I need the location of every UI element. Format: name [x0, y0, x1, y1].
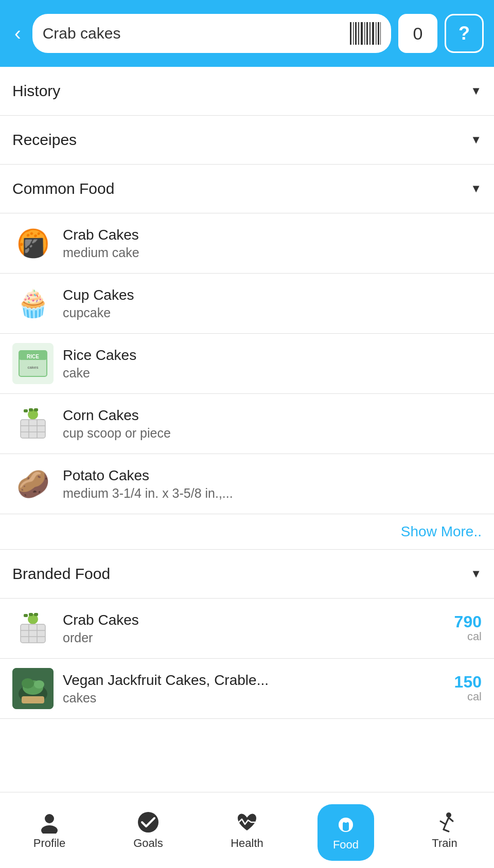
list-item[interactable]: Corn Cakes cup scoop or piece [0, 394, 494, 454]
food-image-rice-cakes: RICE cakes [12, 343, 54, 384]
svg-point-41 [41, 825, 58, 834]
search-bar[interactable]: Crab cakes [32, 14, 391, 53]
food-info-corn-cakes: Corn Cakes cup scoop or piece [63, 407, 482, 441]
food-info-branded-crab-cakes: Crab Cakes order [63, 612, 445, 645]
svg-rect-19 [34, 408, 38, 411]
food-nav-bubble: Food [317, 804, 374, 861]
history-chevron: ▼ [470, 84, 482, 98]
food-name: Crab Cakes [63, 227, 482, 243]
svg-rect-9 [376, 22, 377, 45]
nav-label-food: Food [333, 838, 359, 852]
svg-point-45 [446, 812, 451, 818]
nav-item-food[interactable]: Food [296, 792, 395, 868]
nav-label-train: Train [432, 837, 457, 850]
branded-food-label: Branded Food [12, 565, 110, 583]
recipes-chevron: ▼ [470, 133, 482, 147]
profile-icon [38, 811, 61, 834]
recipes-section-header[interactable]: Receipes ▼ [0, 116, 494, 165]
svg-rect-26 [24, 614, 28, 617]
svg-line-49 [444, 829, 449, 831]
food-name: Corn Cakes [63, 407, 482, 424]
svg-rect-18 [29, 408, 33, 411]
food-subtitle: cake [63, 366, 482, 381]
goals-icon [137, 811, 160, 834]
food-info-vegan-cakes: Vegan Jackfruit Cakes, Crable... cakes [63, 672, 445, 706]
food-name: Vegan Jackfruit Cakes, Crable... [63, 672, 445, 689]
list-item[interactable]: 🧁 Cup Cakes cupcake [0, 274, 494, 334]
health-icon [236, 811, 258, 834]
calorie-value: 790 [454, 613, 482, 630]
food-image-potato-cakes: 🥔 [12, 463, 54, 504]
svg-rect-39 [22, 696, 44, 703]
food-subtitle: cup scoop or piece [63, 426, 482, 441]
history-label: History [12, 82, 60, 100]
svg-rect-29 [21, 624, 45, 643]
svg-rect-3 [358, 22, 359, 45]
nav-item-train[interactable]: Train [395, 792, 494, 868]
branded-food-section-header[interactable]: Branded Food ▼ [0, 550, 494, 599]
list-item[interactable]: Crab Cakes order 790 cal [0, 599, 494, 659]
common-food-chevron: ▼ [470, 182, 482, 195]
food-image-vegan-cakes [12, 668, 54, 709]
vegan-cakes-photo [12, 668, 54, 709]
food-info-potato-cakes: Potato Cakes medium 3-1/4 in. x 3-5/8 in… [63, 467, 482, 501]
back-button[interactable]: ‹ [10, 24, 25, 43]
recipes-label: Receipes [12, 131, 77, 149]
svg-rect-5 [364, 22, 365, 45]
svg-line-50 [449, 818, 453, 821]
food-image-branded-crab-cakes [12, 608, 54, 649]
food-subtitle: cupcake [63, 305, 482, 320]
branded-food-chevron: ▼ [470, 567, 482, 581]
search-input-value: Crab cakes [43, 25, 350, 42]
bottom-navigation: Profile Goals Health Food [0, 792, 494, 868]
branded-crab-icon [14, 610, 51, 647]
svg-rect-20 [21, 420, 45, 438]
history-section-header[interactable]: History ▼ [0, 67, 494, 116]
list-item[interactable]: RICE cakes Rice Cakes cake [0, 334, 494, 394]
svg-text:RICE: RICE [27, 354, 39, 359]
calorie-label: cal [454, 690, 482, 703]
count-badge[interactable]: 0 [398, 14, 437, 53]
nav-item-health[interactable]: Health [198, 792, 296, 868]
svg-rect-7 [369, 22, 370, 45]
calorie-value: 150 [454, 674, 482, 690]
svg-rect-0 [350, 22, 351, 45]
svg-rect-4 [361, 22, 363, 45]
common-food-label: Common Food [12, 180, 114, 197]
svg-rect-28 [34, 613, 38, 616]
svg-rect-1 [353, 22, 354, 45]
list-item[interactable]: Vegan Jackfruit Cakes, Crable... cakes 1… [0, 659, 494, 719]
nav-item-goals[interactable]: Goals [99, 792, 198, 868]
food-name: Rice Cakes [63, 347, 482, 364]
list-item[interactable]: 🍘 Crab Cakes medium cake [0, 213, 494, 274]
svg-rect-6 [366, 22, 368, 45]
help-button[interactable]: ? [445, 14, 484, 53]
barcode-icon [350, 22, 381, 45]
food-image-crab-cakes: 🍘 [12, 223, 54, 264]
svg-rect-8 [372, 22, 374, 45]
common-food-section-header[interactable]: Common Food ▼ [0, 165, 494, 213]
nav-label-profile: Profile [33, 837, 65, 850]
svg-line-48 [444, 824, 446, 829]
show-more-button[interactable]: Show More.. [0, 514, 494, 550]
food-info-crab-cakes: Crab Cakes medium cake [63, 227, 482, 260]
nav-item-profile[interactable]: Profile [0, 792, 99, 868]
food-subtitle: order [63, 630, 445, 645]
food-info-cup-cakes: Cup Cakes cupcake [63, 287, 482, 320]
list-item[interactable]: 🥔 Potato Cakes medium 3-1/4 in. x 3-5/8 … [0, 454, 494, 514]
food-subtitle: medium cake [63, 245, 482, 260]
food-image-cup-cakes: 🧁 [12, 283, 54, 324]
svg-point-38 [34, 680, 44, 689]
food-name: Cup Cakes [63, 287, 482, 303]
food-icon [334, 813, 357, 836]
nav-label-goals: Goals [133, 837, 163, 850]
svg-rect-17 [24, 409, 28, 412]
svg-line-46 [446, 818, 449, 824]
food-subtitle: medium 3-1/4 in. x 3-5/8 in.,... [63, 486, 482, 501]
nav-label-health: Health [231, 837, 263, 850]
svg-rect-2 [355, 22, 357, 45]
svg-text:cakes: cakes [28, 365, 39, 370]
train-icon [433, 811, 456, 834]
food-image-corn-cakes [12, 403, 54, 444]
calorie-block: 790 cal [454, 613, 482, 643]
